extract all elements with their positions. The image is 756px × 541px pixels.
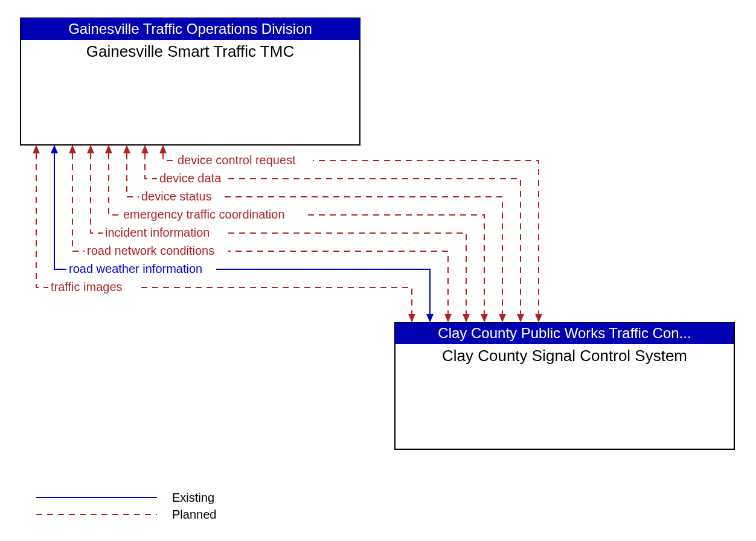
- arrowhead-down-icon: [517, 314, 524, 322]
- arrowhead-up-icon: [123, 145, 130, 153]
- legend-planned-label: Planned: [172, 508, 216, 521]
- flow-lines: device control requestdevice datadevice …: [33, 145, 542, 322]
- arrowhead-up-icon: [33, 145, 40, 153]
- arrowhead-up-icon: [141, 145, 149, 153]
- arrowhead-down-icon: [535, 314, 542, 322]
- flow-label: road weather information: [69, 262, 202, 275]
- node-b-body: Clay County Signal Control System: [442, 347, 687, 365]
- flow-label: emergency traffic coordination: [123, 208, 285, 221]
- arrowhead-down-icon: [481, 314, 488, 322]
- arrowhead-up-icon: [69, 145, 76, 153]
- arrowhead-up-icon: [51, 145, 58, 153]
- arrowhead-down-icon: [426, 314, 434, 322]
- arrowhead-down-icon: [408, 314, 415, 322]
- legend: Existing Planned: [36, 491, 216, 521]
- flow-label: device status: [141, 190, 212, 203]
- arrowhead-down-icon: [444, 314, 452, 322]
- node-b-header: Clay County Public Works Traffic Con...: [438, 325, 691, 341]
- architecture-diagram: Gainesville Traffic Operations Division …: [0, 0, 756, 541]
- node-a-header: Gainesville Traffic Operations Division: [68, 21, 312, 37]
- arrowhead-up-icon: [105, 145, 112, 153]
- arrowhead-up-icon: [87, 145, 94, 153]
- legend-existing-label: Existing: [172, 491, 214, 504]
- flow-label: device data: [159, 171, 222, 185]
- arrowhead-up-icon: [159, 145, 167, 153]
- flow-label: road network conditions: [87, 244, 214, 257]
- arrowhead-down-icon: [463, 314, 470, 322]
- node-gainesville-tmc: Gainesville Traffic Operations Division …: [21, 18, 360, 145]
- flow-label: device control request: [178, 153, 296, 167]
- flow-label: traffic images: [51, 280, 123, 293]
- arrowhead-down-icon: [499, 314, 506, 322]
- node-a-body: Gainesville Smart Traffic TMC: [86, 42, 294, 60]
- node-clay-county-signal: Clay County Public Works Traffic Con... …: [395, 322, 734, 449]
- flow-label: incident information: [105, 226, 210, 239]
